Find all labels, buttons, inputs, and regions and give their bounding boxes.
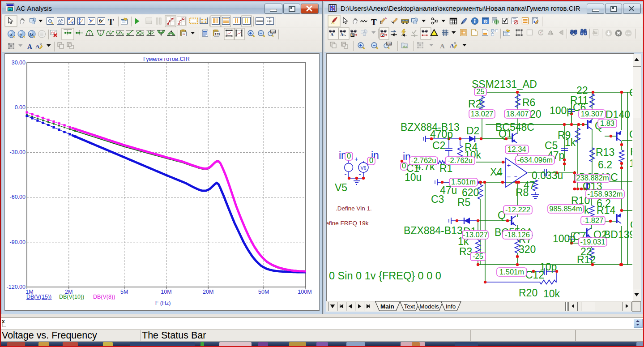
svg-text:+: + <box>507 161 511 169</box>
svg-text:1.501m: 1.501m <box>499 268 524 276</box>
svg-text:y: y <box>19 31 22 37</box>
svg-text:238.882m: 238.882m <box>576 174 609 182</box>
svg-text:X4: X4 <box>490 166 503 178</box>
svg-text:-25: -25 <box>473 252 483 260</box>
svg-text:-1.827: -1.827 <box>583 216 604 224</box>
svg-text:-2.762u: -2.762u <box>448 156 473 164</box>
svg-text:x: x <box>10 31 13 37</box>
svg-text:Info: Info <box>446 303 456 310</box>
svg-text:C: C <box>629 87 632 99</box>
svg-text:1.83: 1.83 <box>600 119 614 127</box>
svg-text:T: T <box>108 17 114 27</box>
svg-text:A: A <box>440 43 445 50</box>
svg-text:Q: Q <box>629 129 632 140</box>
svg-text:R13: R13 <box>596 146 614 158</box>
svg-text:+: + <box>354 155 358 163</box>
svg-text:D2: D2 <box>466 125 479 137</box>
svg-text:100p: 100p <box>550 105 572 116</box>
svg-text:10u: 10u <box>405 171 422 183</box>
svg-text:-13.027: -13.027 <box>463 231 488 239</box>
svg-text:0: 0 <box>369 156 373 164</box>
svg-text:30.00: 30.00 <box>12 60 26 66</box>
svg-text:-60.00: -60.00 <box>10 194 26 200</box>
svg-text:0: 0 <box>347 152 351 160</box>
svg-text:-30.00: -30.00 <box>10 149 26 155</box>
svg-text:Main: Main <box>380 303 394 310</box>
svg-text:−: − <box>514 173 517 180</box>
svg-text:13.027: 13.027 <box>471 110 493 118</box>
svg-text:320: 320 <box>519 244 536 255</box>
svg-text:12.34: 12.34 <box>508 145 526 153</box>
svg-text:R5: R5 <box>457 197 470 208</box>
svg-text:-634.096m: -634.096m <box>517 156 553 164</box>
svg-text:10p: 10p <box>540 261 557 273</box>
svg-text:R2: R2 <box>468 98 481 110</box>
svg-text:-120.00: -120.00 <box>7 284 26 290</box>
svg-text:.Define Vin 1.: .Define Vin 1. <box>336 205 372 212</box>
svg-text:25: 25 <box>476 87 484 95</box>
svg-text:985.854m: 985.854m <box>549 205 582 213</box>
svg-text:1k: 1k <box>565 137 576 148</box>
svg-text:0.00: 0.00 <box>15 104 26 111</box>
svg-text:-90.00: -90.00 <box>10 239 26 245</box>
svg-text:V5: V5 <box>335 182 347 193</box>
svg-text:0.033u: 0.033u <box>532 170 563 181</box>
svg-text:R8: R8 <box>516 187 529 198</box>
svg-text:5M: 5M <box>120 289 128 295</box>
svg-text:10k: 10k <box>543 288 560 300</box>
svg-text:DB(V(15)): DB(V(15)) <box>26 294 51 300</box>
svg-text:Models: Models <box>419 303 439 310</box>
svg-text:-: - <box>359 170 361 178</box>
svg-text:k: k <box>584 204 589 216</box>
svg-text:20M: 20M <box>203 289 213 295</box>
svg-text:DB(V(10)): DB(V(10)) <box>59 294 84 300</box>
svg-text:18.407: 18.407 <box>506 110 529 118</box>
svg-text:F (Hz): F (Hz) <box>155 300 171 306</box>
svg-text:C2: C2 <box>432 140 445 151</box>
svg-text:R: R <box>630 146 632 158</box>
svg-text:-158.932m: -158.932m <box>588 190 623 198</box>
svg-text:C3: C3 <box>431 193 444 205</box>
svg-text:.Define FREQ 19k: .Define FREQ 19k <box>327 220 369 227</box>
svg-text:-19.031: -19.031 <box>580 238 606 246</box>
svg-text:R14: R14 <box>597 205 615 216</box>
svg-text:50M: 50M <box>258 289 269 295</box>
svg-text:19.307: 19.307 <box>581 110 603 118</box>
svg-text:A: A <box>27 43 32 50</box>
svg-text:DB(V(8)): DB(V(8)) <box>93 294 115 300</box>
svg-text:100p: 100p <box>553 233 576 244</box>
svg-text:−: − <box>507 173 511 180</box>
svg-text:BZX884-B13: BZX884-B13 <box>404 225 463 236</box>
svg-text:10M: 10M <box>161 289 171 295</box>
svg-text:Text: Text <box>404 303 415 310</box>
svg-text:-2.762u: -2.762u <box>411 156 436 164</box>
svg-text:-12.222: -12.222 <box>505 206 530 214</box>
svg-text:20: 20 <box>530 108 542 120</box>
svg-text:Q: Q <box>630 219 632 231</box>
svg-text:1.501m: 1.501m <box>451 178 476 186</box>
svg-text:0 Sin 0 1v {FREQ} 0 0 0: 0 Sin 0 1v {FREQ} 0 0 0 <box>329 270 441 282</box>
svg-text:0: 0 <box>402 162 406 170</box>
svg-text:470p: 470p <box>430 129 453 140</box>
svg-text:R12: R12 <box>577 254 596 266</box>
svg-text:6.2: 6.2 <box>598 159 612 171</box>
svg-text:Q1: Q1 <box>499 128 512 140</box>
svg-text:V6: V6 <box>361 165 367 171</box>
svg-text:R20: R20 <box>519 287 537 299</box>
svg-text:1.: 1. <box>629 158 632 169</box>
svg-text:-18.126: -18.126 <box>505 231 530 239</box>
svg-text:-: - <box>345 170 347 178</box>
svg-text:Гумеля готов.CIR: Гумеля готов.CIR <box>143 56 190 62</box>
svg-text:fx: fx <box>30 31 34 37</box>
svg-text:T: T <box>371 17 377 27</box>
svg-text:R6: R6 <box>522 97 535 108</box>
svg-text:100M: 100M <box>298 289 311 295</box>
svg-text:BD139: BD139 <box>604 229 632 240</box>
